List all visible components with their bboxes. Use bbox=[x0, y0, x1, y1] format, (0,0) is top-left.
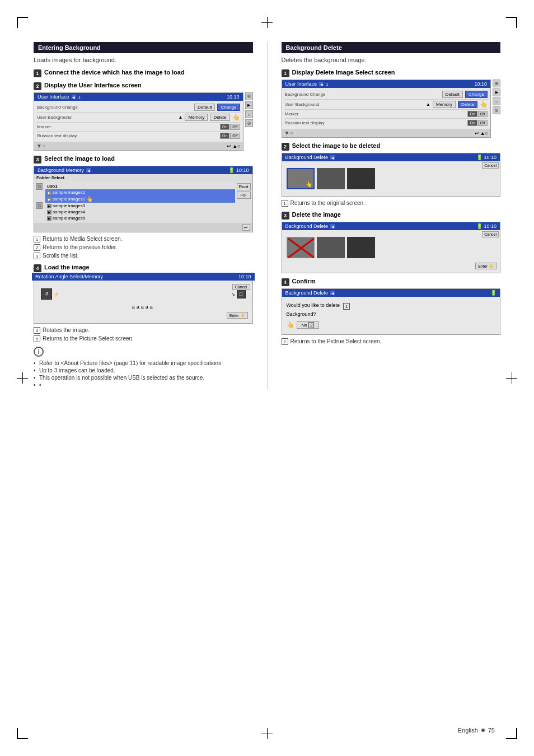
delete-btn[interactable]: Delete bbox=[210, 114, 229, 121]
folder-item-label-5: sample images5 bbox=[53, 216, 85, 221]
x-mark-svg bbox=[287, 237, 315, 259]
folder-item-icon-1: ▶ bbox=[47, 190, 51, 195]
folder-item-icon-5: ▶ bbox=[47, 216, 51, 221]
right-step-1: 1 Display Delete Image Select screen Use… bbox=[282, 69, 501, 138]
right-row-marker: Marker On Off bbox=[285, 110, 488, 119]
right-screen-side-icons: ⊞ ▶ ○ ◎ bbox=[493, 80, 500, 138]
column-divider bbox=[267, 42, 268, 389]
note-4-2-text: Returns to the Picture Select screen. bbox=[43, 335, 134, 342]
folder-item-icon-4: ▶ bbox=[47, 210, 51, 214]
confirm-header: Background Delete ◀ 🔋 bbox=[282, 289, 500, 297]
russian-off[interactable]: Off bbox=[230, 133, 240, 139]
rotation-enter-row: Enter 👆 bbox=[36, 312, 250, 320]
russian-toggle: On Off bbox=[220, 133, 240, 139]
rotation-enter-btn[interactable]: Enter 👆 bbox=[227, 312, 248, 319]
right-change-btn[interactable]: Change bbox=[465, 91, 488, 98]
right-nav-down: ▼○ bbox=[284, 130, 293, 136]
user-interface-screen: User Interface ◀ 1 10:10 Background Chan… bbox=[34, 92, 253, 151]
step-3-label: 3 Select the image to load bbox=[34, 155, 253, 164]
right-step-1-label: 1 Display Delete Image Select screen bbox=[282, 69, 501, 77]
note-3-3-num: 3 bbox=[34, 253, 40, 259]
col-left: Entering Background Loads images for bac… bbox=[34, 42, 253, 389]
back-btn[interactable]: ↩ bbox=[242, 224, 250, 231]
thumb-2[interactable] bbox=[317, 168, 345, 189]
marker-off[interactable]: Off bbox=[230, 124, 240, 130]
rotation-cancel[interactable]: Cancel bbox=[232, 284, 250, 290]
change-btn[interactable]: Change bbox=[217, 104, 240, 111]
thumb-selected[interactable]: 👆 bbox=[287, 168, 315, 189]
confirm-no-btn[interactable]: No 2 bbox=[297, 321, 320, 329]
memory-btn[interactable]: Memory bbox=[185, 114, 208, 121]
ui-screen-box: User Interface ◀ 1 10:10 Background Chan… bbox=[34, 92, 243, 151]
del-img-bat: 🔋 bbox=[476, 223, 483, 229]
screen-icon1: ◀ bbox=[71, 94, 77, 100]
sel-cancel-btn[interactable]: Cancel bbox=[482, 162, 499, 169]
right-default-btn[interactable]: Default bbox=[442, 91, 463, 98]
r-icon-r4: ◎ bbox=[493, 106, 500, 114]
note-3-1-text: Returns to Media Select screen. bbox=[43, 236, 122, 242]
right-step-2-num: 2 bbox=[282, 143, 289, 151]
screen-num: 1 bbox=[78, 95, 81, 100]
right-bg-change-label: Background Change bbox=[285, 92, 440, 97]
enter-label: Enter bbox=[229, 314, 239, 318]
select-delete-header: Background Delete ◀ 🔋 10:10 bbox=[282, 153, 500, 161]
r-icon-4: ◎ bbox=[245, 119, 253, 127]
bullets-section: Refer to <About Picture files> (page 11)… bbox=[34, 360, 253, 388]
folder-body: □ □ usb1 ▶ sample images1 ▶ sample im bbox=[34, 181, 252, 223]
folder-item-label-2: sample images2 bbox=[53, 197, 85, 202]
folder-item-2[interactable]: ▶ sample images2 👆 bbox=[45, 195, 235, 203]
del-enter-btn[interactable]: Enter 👆 bbox=[475, 263, 496, 269]
fol-btn[interactable]: Fol bbox=[237, 192, 251, 199]
del-cancel-btn[interactable]: Cancel bbox=[482, 231, 499, 237]
right-russian-off[interactable]: Off bbox=[478, 120, 488, 126]
screen-right-icons: ⊞ ▶ ○ ◎ bbox=[245, 92, 253, 151]
folder-item-3[interactable]: ▶ sample images3 bbox=[45, 203, 235, 209]
left-section-title: Entering Background bbox=[38, 44, 101, 51]
right-russian-on[interactable]: On bbox=[467, 120, 477, 126]
russian-on[interactable]: On bbox=[220, 133, 229, 139]
rotation-square-icon: □ bbox=[237, 290, 246, 298]
folder-item-1[interactable]: ▶ sample images1 bbox=[45, 189, 235, 195]
confirm-screen: Background Delete ◀ 🔋 Would you like to … bbox=[282, 288, 501, 335]
select-delete-title: Background Delete bbox=[285, 155, 329, 160]
rotation-left-group: ↺ ⚡ bbox=[41, 288, 59, 300]
right-nav-icons: ↩ ▲○ bbox=[475, 130, 488, 136]
step-1-num: 1 bbox=[34, 69, 41, 77]
folder-item-5[interactable]: ▶ sample images5 bbox=[45, 215, 235, 221]
marker-on[interactable]: On bbox=[220, 124, 229, 130]
note-3-1: 1 Returns to Media Select screen. bbox=[34, 236, 253, 242]
rotation-arrow-right: ↘ bbox=[231, 292, 235, 297]
thumb-cursor-1: 👆 bbox=[232, 114, 240, 121]
thumb-3[interactable] bbox=[347, 168, 375, 189]
nav-down-icon: ▼○ bbox=[36, 143, 45, 149]
step-3-num: 3 bbox=[34, 156, 41, 164]
corner-tr bbox=[506, 17, 517, 28]
folder-main: usb1 ▶ sample images1 ▶ sample images2 👆 bbox=[45, 183, 235, 221]
right-marker-off[interactable]: Off bbox=[478, 111, 488, 117]
confirm-btn-row: 👆 No 2 bbox=[287, 321, 496, 329]
root-btn[interactable]: Root bbox=[237, 183, 251, 190]
folder-screen-title: Background Memory bbox=[38, 167, 84, 173]
thumb-cursor-r1: 👆 bbox=[480, 101, 488, 108]
right-step-3: 3 Delete the image Background Delete ◀ 🔋… bbox=[282, 211, 501, 273]
screen-bottom: ▼○ ↩ ▲○ bbox=[34, 142, 243, 150]
right-memory-btn[interactable]: Memory bbox=[433, 101, 456, 108]
right-marker-label: Marker bbox=[285, 111, 466, 116]
step-4-notes: 4 Rotates the image. 5 Returns to the Pi… bbox=[34, 327, 253, 342]
rotation-time: 10:10 bbox=[238, 274, 251, 279]
right-note-4-num: 2 bbox=[282, 338, 288, 345]
note-3-2: 2 Returns to the previous folder. bbox=[34, 244, 253, 251]
folder-item-4[interactable]: ▶ sample images4 bbox=[45, 209, 235, 215]
note-3-2-text: Returns to the previous folder. bbox=[43, 244, 117, 250]
step-2-num: 2 bbox=[34, 82, 41, 90]
right-step-1-num: 1 bbox=[282, 69, 289, 77]
right-marker-on[interactable]: On bbox=[467, 111, 477, 117]
default-btn[interactable]: Default bbox=[194, 104, 215, 111]
right-step-4: 4 Confirm Background Delete ◀ 🔋 bbox=[282, 278, 501, 345]
right-enter-icon: ▲○ bbox=[480, 130, 488, 136]
page-content: Entering Background Loads images for bac… bbox=[34, 42, 500, 722]
confirm-num: 1 bbox=[343, 303, 350, 310]
right-delete-btn[interactable]: Delete bbox=[458, 101, 477, 108]
right-russian-toggle: On Off bbox=[467, 120, 488, 126]
screen-nav-icons: ↩ ▲○ bbox=[227, 143, 240, 149]
